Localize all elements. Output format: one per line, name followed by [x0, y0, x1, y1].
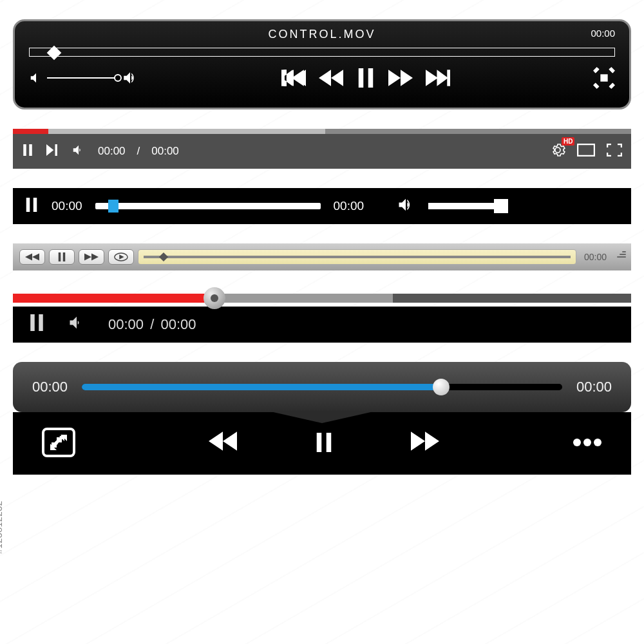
svg-rect-2: [368, 68, 374, 88]
play-button[interactable]: [108, 249, 134, 265]
svg-rect-26: [327, 433, 332, 452]
progress-remaining: [325, 129, 631, 134]
progress-track[interactable]: [13, 290, 631, 307]
forward-icon[interactable]: [388, 68, 413, 88]
player-3: 00:00 00:00: [13, 188, 631, 224]
transport-controls: [209, 430, 439, 457]
volume-high-icon[interactable]: [122, 70, 138, 86]
pause-icon[interactable]: [314, 430, 334, 457]
pause-icon[interactable]: [356, 68, 375, 88]
theater-mode-icon[interactable]: [577, 144, 595, 160]
current-time: 00:00: [98, 145, 126, 158]
player-2: 00:00 / 00:00 HD: [13, 129, 631, 169]
pause-icon[interactable]: [22, 144, 33, 160]
fullscreen-exit-icon[interactable]: [593, 67, 615, 89]
progress-track[interactable]: [95, 203, 321, 209]
scrubber-handle[interactable]: [204, 287, 225, 309]
player-1: CONTROL.MOV 00:00: [13, 19, 631, 109]
pause-button[interactable]: [49, 249, 75, 265]
volume-icon[interactable]: [67, 314, 86, 336]
current-time: 00:00: [52, 199, 82, 213]
progress-handle[interactable]: [108, 200, 118, 213]
time-display: 00:00: [591, 28, 615, 39]
time-display: 00:00: [580, 252, 611, 262]
picture-in-picture-icon[interactable]: [41, 427, 76, 460]
svg-point-29: [594, 439, 601, 446]
svg-rect-14: [33, 198, 37, 212]
previous-icon[interactable]: [281, 68, 306, 88]
volume-slider[interactable]: [47, 77, 118, 79]
volume-handle[interactable]: [494, 199, 508, 213]
progress-track[interactable]: [82, 384, 562, 390]
forward-button[interactable]: [79, 249, 104, 265]
svg-rect-15: [59, 252, 61, 261]
volume-low-icon[interactable]: [29, 71, 43, 85]
next-icon[interactable]: [426, 68, 450, 88]
svg-rect-3: [447, 70, 450, 86]
svg-rect-19: [39, 314, 43, 331]
svg-rect-4: [600, 74, 607, 81]
forward-icon[interactable]: [411, 430, 439, 457]
hd-badge: HD: [562, 137, 574, 146]
volume-icon[interactable]: [396, 196, 415, 217]
player-6: 00:00 00:00: [13, 362, 631, 475]
fullscreen-icon[interactable]: [607, 144, 622, 160]
progress-buffered: [213, 294, 393, 303]
svg-rect-1: [359, 68, 364, 88]
transport-controls: [281, 68, 450, 88]
next-icon[interactable]: [45, 144, 59, 159]
svg-rect-10: [29, 144, 32, 156]
svg-rect-12: [578, 144, 594, 156]
pause-icon[interactable]: [24, 196, 39, 216]
current-time: 00:00: [108, 316, 144, 332]
stock-id-label: #123812232: [0, 500, 4, 554]
svg-rect-11: [55, 144, 57, 156]
progress-remaining: [393, 294, 631, 303]
progress-track[interactable]: [13, 129, 631, 134]
pause-icon[interactable]: [28, 313, 45, 336]
rewind-icon[interactable]: [209, 430, 237, 457]
duration-time: 00:00: [576, 379, 612, 395]
volume-group: [29, 70, 138, 86]
svg-rect-16: [63, 252, 66, 261]
progress-track[interactable]: [29, 48, 615, 57]
progress-marker[interactable]: [159, 252, 168, 261]
player-4: 00:00: [13, 243, 631, 270]
svg-point-27: [573, 439, 581, 446]
duration-time: 00:00: [151, 145, 179, 158]
volume-slider[interactable]: [428, 203, 506, 209]
player-5: 00:00 / 00:00: [13, 290, 631, 343]
progress-handle[interactable]: [433, 379, 450, 395]
rewind-button[interactable]: [19, 249, 45, 265]
current-time: 00:00: [32, 379, 68, 395]
progress-played: [13, 129, 48, 134]
duration-time: 00:00: [334, 199, 365, 213]
svg-rect-18: [30, 314, 35, 331]
resize-grip-icon[interactable]: [614, 251, 626, 263]
settings-icon[interactable]: HD: [550, 142, 565, 161]
time-separator: /: [137, 145, 140, 158]
more-icon[interactable]: [572, 437, 603, 450]
progress-played: [13, 294, 213, 303]
rewind-icon[interactable]: [319, 68, 343, 88]
svg-rect-9: [23, 144, 26, 156]
file-title: CONTROL.MOV: [29, 28, 615, 41]
svg-point-28: [583, 439, 591, 446]
progress-marker[interactable]: [47, 46, 62, 61]
svg-rect-13: [26, 198, 30, 212]
progress-fill: [82, 384, 437, 390]
svg-rect-25: [317, 433, 322, 452]
duration-time: 00:00: [160, 316, 196, 332]
volume-handle[interactable]: [114, 74, 122, 82]
volume-icon[interactable]: [71, 143, 86, 160]
progress-track[interactable]: [138, 249, 576, 265]
progress-buffered: [48, 129, 325, 134]
time-separator: /: [147, 316, 156, 332]
